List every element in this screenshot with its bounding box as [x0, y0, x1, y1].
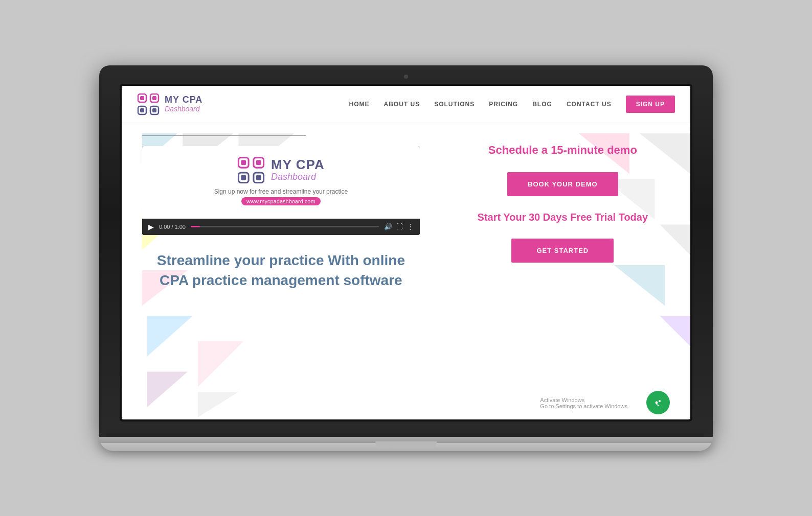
- navbar: MY CPA Dashboard HOME ABOUT US SOLUTIONS…: [122, 86, 690, 123]
- more-icon[interactable]: ⋮: [407, 223, 414, 230]
- chat-bubble[interactable]: [646, 391, 670, 414]
- video-container: MY CPA Dashboard Sign up now for free an…: [142, 146, 420, 235]
- nav-links: HOME ABOUT US SOLUTIONS PRICING BLOG CON…: [349, 96, 675, 113]
- video-tagline: Sign up now for free and streamline your…: [214, 188, 348, 195]
- video-logo-area: MY CPA Dashboard Sign up now for free an…: [142, 146, 420, 219]
- search-underline: [142, 135, 306, 136]
- svg-rect-4: [140, 96, 144, 100]
- windows-line2: Go to Settings to activate Windows.: [540, 403, 629, 409]
- screen: MY CPA Dashboard HOME ABOUT US SOLUTIONS…: [122, 86, 690, 419]
- svg-rect-28: [241, 160, 246, 165]
- video-time: 0:00 / 1:00: [159, 224, 186, 230]
- logo-area: MY CPA Dashboard: [137, 93, 202, 115]
- svg-rect-6: [140, 108, 144, 112]
- svg-point-34: [659, 400, 661, 402]
- nav-pricing[interactable]: PRICING: [489, 101, 518, 108]
- volume-icon[interactable]: 🔊: [384, 223, 392, 230]
- svg-rect-29: [256, 160, 261, 165]
- laptop-frame: MY CPA Dashboard HOME ABOUT US SOLUTIONS…: [99, 65, 713, 451]
- hero-headline: Streamline your practice With online CPA…: [142, 250, 420, 290]
- windows-line1: Activate Windows: [540, 397, 629, 403]
- svg-rect-31: [256, 175, 261, 180]
- laptop-screen-body: MY CPA Dashboard HOME ABOUT US SOLUTIONS…: [99, 65, 713, 437]
- left-panel: MY CPA Dashboard Sign up now for free an…: [122, 123, 440, 419]
- svg-rect-7: [152, 108, 156, 112]
- chat-icon: [652, 396, 664, 409]
- video-icon-group: 🔊 ⛶ ⋮: [384, 223, 414, 230]
- main-content: MY CPA Dashboard Sign up now for free an…: [122, 123, 690, 419]
- svg-rect-5: [152, 96, 156, 100]
- video-url: www.mycpadashboard.com: [241, 197, 321, 205]
- svg-point-32: [653, 397, 663, 408]
- video-logo-row: MY CPA Dashboard: [237, 156, 325, 184]
- get-started-button[interactable]: GET STARTED: [511, 239, 614, 263]
- nav-home[interactable]: HOME: [349, 101, 370, 108]
- fullscreen-icon[interactable]: ⛶: [396, 223, 403, 230]
- logo-title: MY CPA: [165, 95, 202, 105]
- nav-solutions[interactable]: SOLUTIONS: [434, 101, 475, 108]
- video-controls: ▶ 0:00 / 1:00 🔊 ⛶ ⋮: [142, 219, 420, 235]
- signup-button[interactable]: SIGN UP: [626, 96, 675, 113]
- nav-blog[interactable]: BLOG: [532, 101, 552, 108]
- progress-bar[interactable]: [191, 226, 379, 227]
- search-area: [142, 135, 420, 136]
- svg-rect-30: [241, 175, 246, 180]
- demo-title: Schedule a 15-minute demo: [488, 144, 637, 157]
- logo-text: MY CPA Dashboard: [165, 95, 202, 113]
- screen-bezel: MY CPA Dashboard HOME ABOUT US SOLUTIONS…: [120, 84, 692, 421]
- laptop-stand: [99, 437, 713, 443]
- windows-notice: Activate Windows Go to Settings to activ…: [540, 397, 629, 409]
- nav-about[interactable]: ABOUT US: [384, 101, 420, 108]
- right-panel: Schedule a 15-minute demo BOOK YOUR DEMO…: [440, 123, 690, 419]
- svg-point-33: [655, 401, 658, 404]
- trial-title: Start Your 30 Days Free Trial Today: [478, 212, 648, 223]
- logo-icon: [137, 93, 160, 115]
- laptop-camera: [404, 75, 408, 79]
- video-logo-icon: [237, 156, 265, 184]
- video-logo-subtitle: Dashboard: [271, 172, 325, 182]
- play-button[interactable]: ▶: [148, 223, 154, 231]
- laptop-base: [99, 437, 713, 451]
- video-logo-title: MY CPA: [271, 157, 325, 172]
- book-demo-button[interactable]: BOOK YOUR DEMO: [507, 172, 618, 196]
- logo-subtitle: Dashboard: [165, 105, 202, 113]
- nav-contact[interactable]: CONTACT US: [567, 101, 612, 108]
- progress-fill: [191, 226, 200, 227]
